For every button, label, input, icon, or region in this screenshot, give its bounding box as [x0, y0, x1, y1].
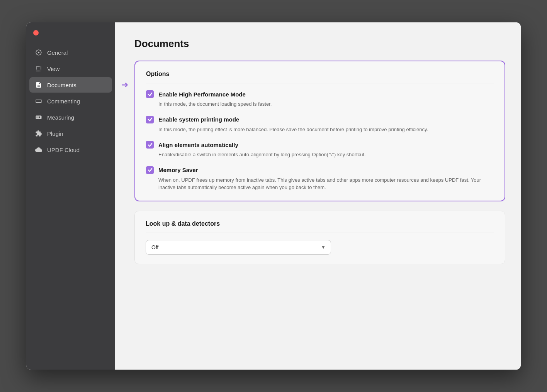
sidebar-item-general-label: General	[47, 49, 68, 56]
page-title: Documents	[134, 38, 505, 50]
commenting-icon	[35, 97, 42, 105]
option-header-memory-saver: Memory Saver	[146, 166, 494, 174]
sidebar-item-documents-label: Documents	[47, 82, 76, 88]
option-label-system-printing: Enable system printing mode	[158, 116, 239, 123]
option-header-align-elements: Align elements automatically	[146, 141, 494, 149]
lookup-select-wrapper: Off On ▼	[146, 240, 331, 255]
option-header-high-performance: Enable High Performance Mode	[146, 90, 494, 98]
sidebar-item-documents[interactable]: Documents	[29, 77, 112, 93]
plugin-icon	[35, 130, 42, 137]
option-desc-align-elements: Enable/disable a switch in elements auto…	[146, 151, 494, 159]
checkbox-memory-saver[interactable]	[146, 166, 154, 174]
sidebar-item-commenting-label: Commenting	[47, 98, 80, 105]
sidebar-item-general[interactable]: General	[29, 45, 112, 60]
options-card: Options Enable High Performance Mode In …	[134, 61, 505, 201]
lookup-card-title: Look up & data detectors	[146, 220, 494, 233]
svg-point-0	[38, 52, 40, 54]
sidebar-item-measuring-label: Measuring	[47, 114, 74, 121]
lookup-card: Look up & data detectors Off On ▼	[134, 211, 505, 264]
view-icon	[35, 65, 42, 73]
option-high-performance: Enable High Performance Mode In this mod…	[146, 90, 494, 108]
sidebar: General View Documents ➜	[26, 22, 115, 370]
sidebar-item-updf-cloud-label: UPDF Cloud	[47, 147, 80, 153]
option-header-system-printing: Enable system printing mode	[146, 116, 494, 123]
options-card-title: Options	[146, 71, 494, 83]
lookup-select[interactable]: Off On	[146, 240, 331, 255]
documents-icon	[35, 81, 42, 89]
app-window: General View Documents ➜	[26, 22, 521, 370]
sidebar-item-updf-cloud[interactable]: UPDF Cloud	[29, 142, 112, 157]
option-label-high-performance: Enable High Performance Mode	[158, 91, 246, 98]
main-content: Documents Options Enable High Performanc…	[115, 22, 521, 370]
option-desc-high-performance: In this mode, the document loading speed…	[146, 100, 494, 108]
option-system-printing: Enable system printing mode In this mode…	[146, 116, 494, 133]
option-desc-memory-saver: When on, UPDF frees up memory from inact…	[146, 176, 494, 191]
sidebar-item-view-label: View	[47, 66, 59, 72]
checkbox-system-printing[interactable]	[146, 116, 154, 123]
sidebar-nav: General View Documents ➜	[26, 45, 115, 157]
sidebar-item-view[interactable]: View	[29, 61, 112, 76]
sidebar-item-plugin-label: Plugin	[47, 130, 63, 137]
traffic-lights	[26, 30, 115, 45]
general-icon	[35, 49, 42, 56]
close-button[interactable]	[33, 30, 39, 35]
checkbox-align-elements[interactable]	[146, 141, 154, 149]
option-memory-saver: Memory Saver When on, UPDF frees up memo…	[146, 166, 494, 191]
active-arrow-icon: ➜	[121, 80, 128, 90]
cloud-icon	[35, 146, 42, 154]
measuring-icon	[35, 113, 42, 121]
option-desc-system-printing: In this mode, the printing effect is mor…	[146, 126, 494, 133]
checkbox-high-performance[interactable]	[146, 90, 154, 98]
option-label-memory-saver: Memory Saver	[158, 167, 198, 173]
option-label-align-elements: Align elements automatically	[158, 142, 238, 148]
option-align-elements: Align elements automatically Enable/disa…	[146, 141, 494, 159]
sidebar-item-commenting[interactable]: Commenting	[29, 93, 112, 109]
sidebar-item-measuring[interactable]: Measuring	[29, 110, 112, 125]
sidebar-item-plugin[interactable]: Plugin	[29, 126, 112, 141]
